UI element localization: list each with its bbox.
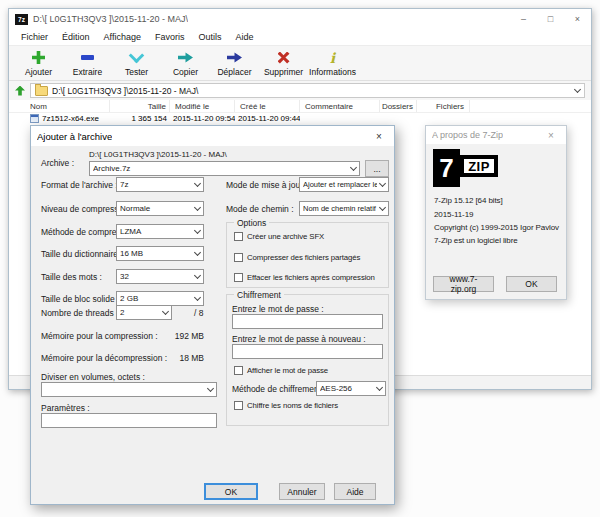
address-path: D:\[ L0G1TH3QV3 ]\2015-11-20 - MAJ\ bbox=[52, 86, 198, 96]
column-header-fichiers[interactable]: Fichiers bbox=[417, 100, 470, 112]
browse-button[interactable]: ... bbox=[365, 160, 389, 177]
path-mode-combobox[interactable]: Nom de chemin relatif bbox=[299, 201, 389, 216]
archive-name-combobox[interactable]: Archive.7z bbox=[89, 161, 360, 176]
memory-decompress-value: 18 MB bbox=[151, 353, 204, 363]
chevron-down-icon bbox=[194, 227, 201, 234]
desktop: 7z D:\[ L0G1TH3QV3 ]\2015-11-20 - MAJ\ –… bbox=[0, 0, 600, 517]
main-titlebar[interactable]: 7z D:\[ L0G1TH3QV3 ]\2015-11-20 - MAJ\ –… bbox=[9, 9, 591, 29]
split-volumes-label: Diviser en volumes, octets : bbox=[41, 372, 145, 382]
column-headers: Nom Taille Modifié le Créé le Commentair… bbox=[9, 100, 591, 113]
chevron-down-icon bbox=[194, 294, 201, 301]
memory-compress-value: 192 MB bbox=[151, 331, 204, 341]
shared-files-checkbox[interactable]: Compresser des fichiers partagés bbox=[234, 253, 360, 262]
show-password-checkbox[interactable]: Afficher le mot de passe bbox=[234, 366, 328, 375]
column-header-nom[interactable]: Nom bbox=[9, 100, 110, 112]
close-icon[interactable]: × bbox=[364, 126, 394, 146]
checkbox-icon bbox=[234, 232, 243, 241]
archive-label: Archive : bbox=[41, 158, 74, 168]
checkbox-icon bbox=[234, 366, 243, 375]
parent-folder-icon[interactable] bbox=[15, 86, 25, 96]
split-volumes-combobox[interactable] bbox=[41, 382, 217, 397]
options-group-title: Options bbox=[234, 218, 269, 228]
help-button[interactable]: Aide bbox=[334, 483, 376, 500]
file-created: 2015-11-20 09:44 bbox=[235, 114, 300, 123]
file-size: 1 365 154 bbox=[110, 114, 170, 123]
encrypt-names-checkbox[interactable]: Chiffre les noms de fichiers bbox=[234, 401, 338, 410]
parameters-input[interactable] bbox=[41, 413, 217, 428]
dictionary-label: Taille du dictionnaire : bbox=[41, 249, 123, 259]
table-row[interactable]: 7z1512-x64.exe 1 365 154 2015-11-20 09:5… bbox=[9, 113, 591, 124]
column-header-modifie[interactable]: Modifié le bbox=[170, 100, 235, 112]
solid-block-combobox[interactable]: 2 GB bbox=[116, 291, 204, 306]
about-copyright: Copyright (c) 1999-2015 Igor Pavlov bbox=[434, 223, 559, 232]
close-icon[interactable]: × bbox=[536, 126, 566, 144]
password-input[interactable] bbox=[232, 314, 383, 329]
update-mode-combobox[interactable]: Ajouter et remplacer les fichiers bbox=[299, 177, 389, 192]
file-name: 7z1512-x64.exe bbox=[42, 114, 99, 123]
chevron-down-icon[interactable] bbox=[574, 86, 581, 93]
path-mode-label: Mode de chemin : bbox=[226, 204, 294, 214]
add-plus-icon bbox=[32, 51, 45, 64]
toolbar-button-extraire[interactable]: Extraire bbox=[63, 46, 112, 80]
chevron-down-icon bbox=[194, 204, 201, 211]
about-titlebar[interactable]: A propos de 7-Zip × bbox=[426, 126, 566, 144]
minimize-icon[interactable]: – bbox=[510, 9, 537, 29]
checkbox-icon bbox=[234, 401, 243, 410]
password-repeat-label: Entrez le mot de passe à nouveau : bbox=[232, 334, 366, 344]
toolbar-button-informations[interactable]: i Informations bbox=[308, 46, 357, 80]
toolbar-button-tester[interactable]: Tester bbox=[112, 46, 161, 80]
add-dialog-titlebar[interactable]: Ajouter à l'archive × bbox=[31, 126, 394, 146]
password-repeat-input[interactable] bbox=[232, 344, 383, 359]
threads-max: / 8 bbox=[194, 308, 203, 318]
ok-button[interactable]: OK bbox=[204, 483, 258, 500]
column-header-cree[interactable]: Créé le bbox=[235, 100, 300, 112]
folder-icon bbox=[35, 86, 48, 96]
level-combobox[interactable]: Normale bbox=[116, 201, 204, 216]
method-combobox[interactable]: LZMA bbox=[116, 224, 204, 239]
sfx-checkbox[interactable]: Créer une archive SFX bbox=[234, 232, 324, 241]
close-icon[interactable]: × bbox=[564, 9, 591, 29]
menu-affichage[interactable]: Affichage bbox=[97, 32, 148, 42]
memory-decompress-label: Mémoire pour la décompression : bbox=[41, 353, 167, 363]
website-button[interactable]: www.7-zip.org bbox=[433, 276, 494, 292]
cancel-button[interactable]: Annuler bbox=[279, 483, 325, 500]
word-size-label: Taille des mots : bbox=[41, 272, 102, 282]
menu-edition[interactable]: Édition bbox=[55, 32, 97, 42]
format-combobox[interactable]: 7z bbox=[116, 177, 204, 192]
ok-button[interactable]: OK bbox=[506, 276, 557, 292]
column-header-taille[interactable]: Taille bbox=[110, 100, 170, 112]
menu-fichier[interactable]: Fichier bbox=[14, 32, 55, 42]
maximize-icon[interactable]: □ bbox=[537, 9, 564, 29]
toolbar-button-supprimer[interactable]: Supprimer bbox=[259, 46, 308, 80]
menu-aide[interactable]: Aide bbox=[228, 32, 260, 42]
address-combobox[interactable]: D:\[ L0G1TH3QV3 ]\2015-11-20 - MAJ\ bbox=[30, 83, 585, 98]
dictionary-combobox[interactable]: 16 MB bbox=[116, 246, 204, 261]
word-size-combobox[interactable]: 32 bbox=[116, 269, 204, 284]
logo-zip: ZIP bbox=[460, 155, 498, 177]
checkbox-icon bbox=[234, 253, 243, 262]
chevron-down-icon bbox=[194, 249, 201, 256]
toolbar-button-ajouter[interactable]: Ajouter bbox=[14, 46, 63, 80]
menu-outils[interactable]: Outils bbox=[191, 32, 228, 42]
menu-bar: Fichier Édition Affichage Favoris Outils… bbox=[9, 29, 591, 45]
chevron-down-icon bbox=[162, 308, 169, 315]
chevron-down-icon bbox=[207, 385, 214, 392]
password-label: Entrez le mot de passe : bbox=[232, 304, 324, 314]
encryption-method-combobox[interactable]: AES-256 bbox=[316, 381, 386, 396]
column-header-commentaire[interactable]: Commentaire bbox=[300, 100, 380, 112]
menu-favoris[interactable]: Favoris bbox=[148, 32, 192, 42]
column-header-dossiers[interactable]: Dossiers bbox=[380, 100, 417, 112]
threads-combobox[interactable]: 2 bbox=[116, 305, 172, 320]
toolbar-button-copier[interactable]: Copier bbox=[161, 46, 210, 80]
memory-compress-label: Mémoire pour la compression : bbox=[41, 331, 158, 341]
7zip-logo: 7 ZIP bbox=[433, 149, 498, 187]
exe-file-icon bbox=[30, 114, 39, 123]
chevron-down-icon bbox=[379, 204, 386, 211]
delete-after-checkbox[interactable]: Effacer les fichiers après compression bbox=[234, 273, 375, 282]
chevron-down-icon bbox=[379, 180, 386, 187]
about-version: 7-Zip 15.12 [64 bits] bbox=[434, 196, 503, 205]
add-dialog-title: Ajouter à l'archive bbox=[37, 131, 112, 142]
window-controls: – □ × bbox=[510, 9, 591, 29]
main-window-title: D:\[ L0G1TH3QV3 ]\2015-11-20 - MAJ\ bbox=[33, 14, 188, 24]
toolbar-button-deplacer[interactable]: Déplacer bbox=[210, 46, 259, 80]
